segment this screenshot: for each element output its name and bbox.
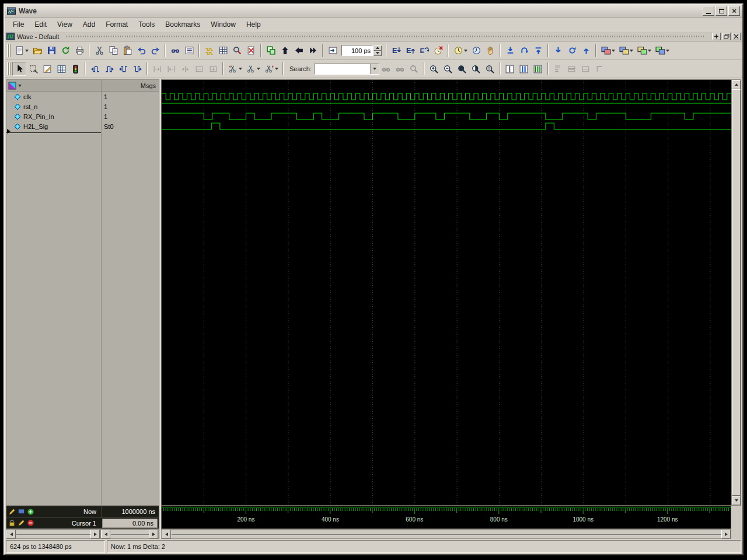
- values-scroll-left-button[interactable]: [101, 530, 110, 538]
- run-length-button[interactable]: [326, 44, 340, 58]
- vertical-scroll-thumb[interactable]: [732, 89, 741, 496]
- names-hscrollbar[interactable]: [6, 529, 100, 539]
- dual-view-button[interactable]: [517, 62, 531, 76]
- search-input[interactable]: [314, 64, 379, 75]
- spin-down-button[interactable]: [374, 51, 382, 56]
- values-scroll-right-button[interactable]: [149, 530, 158, 538]
- print-button[interactable]: [72, 44, 86, 58]
- layout-window-1-button[interactable]: [599, 44, 617, 58]
- copy-button[interactable]: [106, 44, 120, 58]
- values-hscrollbar[interactable]: [100, 529, 159, 539]
- insert-before-button[interactable]: [579, 44, 593, 58]
- menu-item-tools[interactable]: Tools: [134, 19, 159, 30]
- cut-button[interactable]: [92, 44, 106, 58]
- cut-edge-right-button[interactable]: [262, 62, 280, 76]
- undo-button[interactable]: [134, 44, 148, 58]
- signal-row-rst_n[interactable]: rst_n1: [6, 102, 159, 111]
- flatten-button[interactable]: [593, 62, 607, 76]
- wave-trace-RX_Pin_In[interactable]: [162, 113, 731, 120]
- collapse-range-button[interactable]: [206, 62, 220, 76]
- menu-item-file[interactable]: File: [8, 19, 29, 30]
- edit-cursor-icon[interactable]: [18, 519, 25, 527]
- pane-header[interactable]: Wave - Default: [5, 32, 742, 41]
- search-forward-button[interactable]: [393, 62, 407, 76]
- values-scroll-thumb[interactable]: [110, 534, 149, 535]
- zoom-range-button[interactable]: [483, 62, 497, 76]
- zoom-last-button[interactable]: [469, 62, 483, 76]
- timeline-area[interactable]: 200 ns400 ns600 ns800 ns1000 ns1200 ns: [161, 506, 731, 529]
- layout-window-4-button[interactable]: [653, 44, 671, 58]
- search-dropdown-button[interactable]: [370, 64, 379, 74]
- expand-time-button[interactable]: [150, 62, 164, 76]
- lock-icon[interactable]: [8, 519, 16, 527]
- run-length-input[interactable]: [341, 45, 373, 56]
- zoom-in-button[interactable]: [427, 62, 441, 76]
- insertion-point[interactable]: [6, 131, 159, 133]
- spin-up-button[interactable]: [374, 46, 382, 51]
- hold-button[interactable]: [483, 44, 497, 58]
- virtual-mode-button[interactable]: [54, 62, 68, 76]
- waveform-plot[interactable]: [162, 80, 731, 505]
- maximize-button[interactable]: [715, 6, 727, 16]
- insert-after-button[interactable]: [551, 44, 565, 58]
- signal-row-clk[interactable]: clk1: [6, 92, 159, 102]
- zoom-full-button[interactable]: [455, 62, 469, 76]
- signal-row-RX_Pin_In[interactable]: RX_Pin_In1: [6, 111, 159, 121]
- sync-clock-button[interactable]: [469, 44, 483, 58]
- collapse-time-button[interactable]: [164, 62, 178, 76]
- reload-button[interactable]: [58, 44, 72, 58]
- names-scroll-thumb[interactable]: [16, 534, 90, 535]
- env-forward-button[interactable]: [306, 44, 320, 58]
- wave-scroll-left-button[interactable]: [162, 530, 171, 538]
- prev-falling-button[interactable]: [116, 62, 130, 76]
- zoom-out-button[interactable]: [441, 62, 455, 76]
- restart-button[interactable]: [264, 44, 278, 58]
- names-scroll-left-button[interactable]: [6, 530, 16, 538]
- find-button[interactable]: [168, 44, 182, 58]
- new-button[interactable]: [12, 44, 30, 58]
- close-pane-button[interactable]: [732, 33, 741, 40]
- add-cursor-icon[interactable]: [27, 508, 34, 516]
- rotate-button[interactable]: [565, 44, 579, 58]
- expand-all-button[interactable]: [178, 62, 192, 76]
- scroll-down-button[interactable]: [732, 496, 741, 505]
- cursor-row[interactable]: Cursor 10.00 ns: [6, 517, 159, 529]
- single-view-button[interactable]: [503, 62, 517, 76]
- minimize-button[interactable]: [703, 6, 714, 16]
- paste-button[interactable]: [120, 44, 134, 58]
- wave-scroll-right-button[interactable]: [721, 530, 731, 538]
- float-button[interactable]: [722, 33, 731, 40]
- search-reverse-button[interactable]: [379, 62, 393, 76]
- stop-draw-button[interactable]: [68, 62, 82, 76]
- timeline-ruler[interactable]: 200 ns400 ns600 ns800 ns1000 ns1200 ns: [162, 506, 731, 528]
- move-top-button[interactable]: [531, 44, 545, 58]
- toolbar-grip[interactable]: [7, 62, 11, 75]
- run-length-field[interactable]: [341, 45, 382, 56]
- menu-item-add[interactable]: Add: [78, 19, 100, 30]
- save-button[interactable]: [44, 44, 58, 58]
- redo-button[interactable]: [148, 44, 162, 58]
- toolbar-grip[interactable]: [7, 44, 11, 57]
- cut-edge-left-button[interactable]: [226, 62, 244, 76]
- menu-item-format[interactable]: Format: [101, 19, 132, 30]
- continue-button[interactable]: E: [403, 44, 417, 58]
- layout-window-3-button[interactable]: [635, 44, 653, 58]
- menu-item-help[interactable]: Help: [242, 19, 266, 30]
- step-over-button[interactable]: E: [417, 44, 431, 58]
- waveform-area[interactable]: [161, 79, 731, 506]
- multi-view-button[interactable]: [531, 62, 545, 76]
- vertical-scrollbar[interactable]: [731, 79, 741, 506]
- memory-button[interactable]: [216, 44, 230, 58]
- dock-button[interactable]: [712, 33, 721, 40]
- expand-leaf-button[interactable]: [551, 62, 565, 76]
- menu-item-edit[interactable]: Edit: [30, 19, 51, 30]
- layout-window-2-button[interactable]: [617, 44, 635, 58]
- titlebar[interactable]: Wave ×: [5, 5, 742, 18]
- menu-item-window[interactable]: Window: [206, 19, 240, 30]
- edit-mode-button[interactable]: [40, 62, 54, 76]
- cursor-value[interactable]: 0.00 ns: [102, 519, 158, 528]
- ungroup-signals-button[interactable]: [579, 62, 593, 76]
- signal-row-H2L_Sig[interactable]: H2L_SigSt0: [6, 121, 159, 131]
- menu-item-bookmarks[interactable]: Bookmarks: [160, 19, 205, 30]
- wave-scroll-thumb[interactable]: [171, 534, 721, 535]
